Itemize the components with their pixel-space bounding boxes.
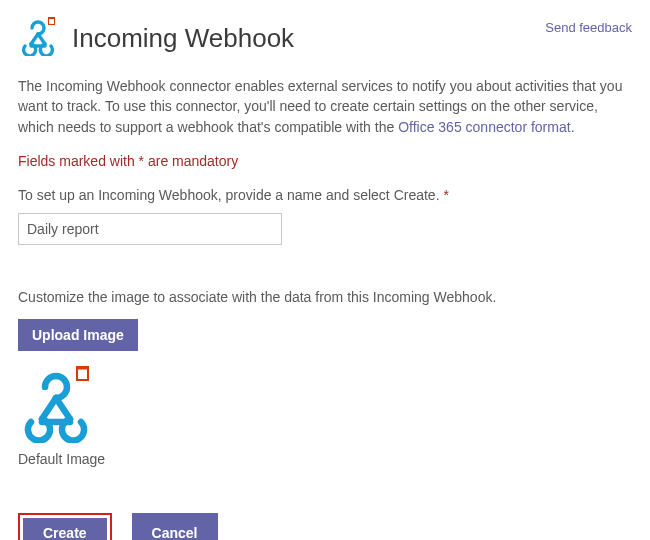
page-title: Incoming Webhook [72, 23, 294, 54]
svg-rect-4 [78, 368, 87, 379]
svg-rect-5 [76, 366, 89, 370]
required-asterisk: * [443, 187, 448, 203]
svg-rect-2 [48, 17, 55, 19]
upload-image-button[interactable]: Upload Image [18, 319, 138, 351]
webhook-icon-large [18, 429, 96, 446]
mandatory-note: Fields marked with * are mandatory [18, 153, 632, 169]
image-caption: Default Image [18, 451, 632, 467]
send-feedback-link[interactable]: Send feedback [545, 20, 632, 35]
cancel-button[interactable]: Cancel [132, 513, 218, 540]
description-text: The Incoming Webhook connector enables e… [18, 76, 632, 137]
default-image-block: Default Image [18, 365, 632, 467]
webhook-name-input[interactable] [18, 213, 282, 245]
setup-text: To set up an Incoming Webhook, provide a… [18, 187, 443, 203]
description-part2: . [571, 119, 575, 135]
customize-label: Customize the image to associate with th… [18, 289, 632, 305]
create-button[interactable]: Create [23, 518, 107, 540]
setup-label: To set up an Incoming Webhook, provide a… [18, 187, 632, 203]
connector-format-link[interactable]: Office 365 connector format [398, 119, 571, 135]
footer-buttons: Create Cancel [18, 513, 632, 540]
webhook-icon [18, 16, 58, 60]
create-highlight: Create [18, 513, 112, 540]
title-row: Incoming Webhook [18, 16, 294, 60]
header: Incoming Webhook Send feedback [18, 16, 632, 60]
